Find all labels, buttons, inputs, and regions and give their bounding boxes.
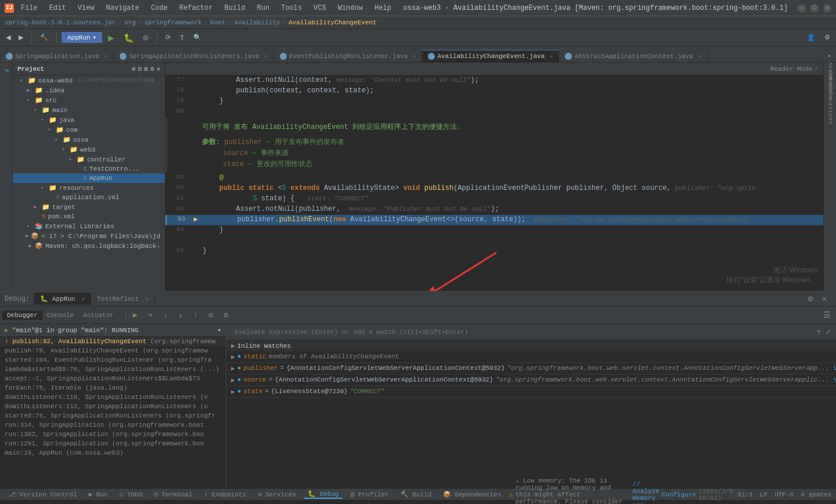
subtab-console[interactable]: Console [42,311,78,320]
menu-navigate[interactable]: Navigate [103,3,142,13]
debug-close-icon[interactable]: ✕ [817,292,831,306]
status-terminal[interactable]: ⊟ Terminal [150,491,196,498]
stack-frame-3[interactable]: lambda$started$5:76, SpringApplicationRu… [0,365,226,374]
status-build[interactable]: 🔨 Build [397,491,435,498]
eval-input[interactable] [231,327,815,337]
watch-inline-section[interactable]: ▶ Inline Watches [226,340,836,351]
vcs-update-button[interactable]: ⟳ [162,32,174,43]
subtab-actuator[interactable]: Actuator [78,311,118,320]
watch-state[interactable]: ▶ ● state = {LivenessState@7230} "CORREC… [226,386,836,398]
stack-frame-2[interactable]: started:104, EventPublishingRunListener … [0,355,226,365]
status-debug[interactable]: 🐛 Debug [304,490,343,499]
debug-tab-testreflect-close[interactable]: ✕ [145,296,149,303]
tree-web3[interactable]: ▾ 📁 web3 [13,145,165,154]
menu-build[interactable]: Build [222,3,247,13]
tab-spring-application[interactable]: SpringApplication.java ✕ [0,51,114,62]
tree-ossa[interactable]: ▾ 📁 ossa [13,135,165,145]
tab-event-publishing[interactable]: EventPublishingRunListener.java ✕ [274,51,423,62]
project-icon[interactable]: P [1,65,12,77]
menu-file[interactable]: File [19,3,40,13]
step-into-button[interactable]: ↓ [158,308,172,322]
tree-ext-libs[interactable]: ▾ 📚 External Libraries [13,221,165,231]
encoding[interactable]: UTF-8 [774,491,794,498]
menu-view[interactable]: View [75,3,97,13]
menu-window[interactable]: Window [336,3,365,13]
bc-springframework[interactable]: springframework [144,19,201,26]
analyze-link[interactable]: // Analyze memory use [633,481,660,505]
bc-org[interactable]: org [124,19,136,26]
indent-size[interactable]: 4 spaces [801,491,831,498]
stack-frame-0[interactable]: ↑ publish:92, AvailabilityChangeEvent (o… [0,337,226,346]
build-button[interactable]: 🔨 [37,32,52,43]
tree-controller[interactable]: ▾ 📁 controller [13,154,165,164]
view-breakpoints[interactable]: ⊙ [204,308,218,322]
tab-close[interactable]: ✕ [264,53,268,60]
bc-jar[interactable]: spring-boot-3.0.1-sources.jar [5,19,116,26]
tree-java[interactable]: ▾ 📁 java [13,115,165,125]
tree-target[interactable]: ▶ 📁 target [13,202,165,212]
tree-java17[interactable]: ▶ 📦 < 17 > C:\Program Files\Java\jd [13,231,165,241]
sidebar-layout-icon[interactable]: ⊟ [138,65,142,73]
stack-frame-1[interactable]: publish:78, AvailabilityChangeEvent (org… [0,346,226,355]
search-everywhere-button[interactable]: 🔍 [190,32,205,43]
run-config-button[interactable]: AppRun ▾ [62,32,102,43]
reader-mode-label[interactable]: Reader Mode [770,66,813,73]
tree-root[interactable]: ▾ 📁 ossa-web3 C:\Users\sunjinxin\dea [13,75,165,85]
tab-close-spring-application[interactable]: ✕ [104,53,107,60]
watch-static[interactable]: ▶ ● static members of AvailabilityChange… [226,351,836,363]
stack-frame-10[interactable]: run:1302, SpringApplication (org.springf… [0,430,226,439]
mute-breakpoints[interactable]: ⊘ [219,308,233,322]
menu-refactor[interactable]: Refactor [177,3,215,13]
stack-frame-11[interactable]: run:1291, SpringApplication (org.springf… [0,439,226,448]
subtab-debugger[interactable]: Debugger [2,311,42,320]
menu-vcs[interactable]: VCS [311,3,329,13]
status-todo[interactable]: ☑ TODO [116,491,146,498]
stack-frame-12[interactable]: main:10, AppRun (com.ossa.web3) [0,448,226,458]
sidebar-close-icon[interactable]: ✕ [156,65,160,73]
static-expand-arrow[interactable]: ▶ [231,353,235,361]
notifications-icon[interactable]: Notifications [824,95,836,107]
state-expand-arrow[interactable]: ▶ [231,388,235,395]
window-controls[interactable]: ─ □ ✕ [798,4,831,12]
resume-button[interactable]: ▶ [128,308,142,322]
publisher-expand-arrow[interactable]: ▶ [231,365,235,372]
eval-expand-icon[interactable]: ⤢ [826,327,831,336]
line-ending[interactable]: LF [760,491,767,498]
sidebar-gear-icon[interactable]: ⚙ [150,65,154,73]
status-endpoints[interactable]: ⚡ Endpoints [200,491,250,498]
sidebar-add-icon[interactable]: ⊕ [132,65,136,73]
source-expand-arrow[interactable]: ▶ [231,376,235,384]
run-button[interactable]: ▶ [105,31,118,44]
bc-boot[interactable]: boot [210,19,225,26]
step-out-button[interactable]: ↑ [189,308,203,322]
tree-com[interactable]: ▾ 📁 com [13,125,165,135]
profile-button[interactable]: 👤 [803,32,819,43]
menu-run[interactable]: Run [254,3,272,13]
tree-yaml[interactable]: ▶ Y application.yml [13,193,165,202]
debug-button[interactable]: 🐛 [120,31,137,44]
force-step-into[interactable]: ⇓ [174,308,188,322]
debug-toolbar-settings[interactable]: ☰ [820,308,834,322]
watch-publisher[interactable]: ▶ ● publisher = {AnnotationConfigServlet… [226,363,836,375]
status-profiler[interactable]: @ Profiler [347,491,392,498]
code-content[interactable]: 77 Assert.notNull(context, message: "Con… [165,75,823,291]
menu-code[interactable]: Code [149,3,170,13]
translate-button[interactable]: T [176,33,188,43]
tab-close-abstract[interactable]: ✕ [698,53,701,60]
minimize-button[interactable]: ─ [798,4,806,12]
bc-class[interactable]: AvailabilityChangeEvent [289,19,377,26]
stack-frame-9[interactable]: run:314, SpringApplication (org.springfr… [0,420,226,430]
status-run[interactable]: ▶ Run [85,491,111,498]
tree-logback[interactable]: ▶ 📦 Maven: ch.qos.logback:logback- [13,241,165,251]
tab-close-event[interactable]: ✕ [412,53,416,60]
source-view-link[interactable]: View [834,376,836,383]
stack-frame-7[interactable]: doWithListeners:112, SpringApplicationRu… [0,402,226,411]
tab-close-availability[interactable]: ✕ [549,53,553,60]
tab-availability-change[interactable]: AvailabilityChangeEvent.java ✕ [422,50,559,62]
cursor-pos[interactable]: 81:1 [738,491,753,498]
tab-abstract-context[interactable]: AbstractApplicationContext.java ✕ [559,51,708,62]
forward-button[interactable]: ▶ [15,32,27,43]
tree-main[interactable]: ▾ 📁 main [13,105,165,115]
stack-frame-6[interactable]: doWithListeners:118, SpringApplicationRu… [0,393,226,402]
tree-pom[interactable]: ▶ X pom.xml [13,212,165,221]
